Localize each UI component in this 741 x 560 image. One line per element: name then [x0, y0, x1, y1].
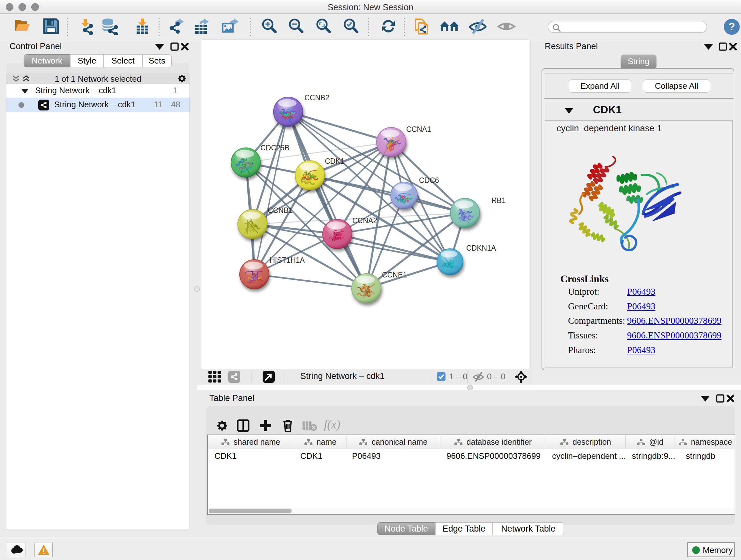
svg-text:CCNA1: CCNA1	[406, 125, 431, 133]
svg-text:CCNE1: CCNE1	[382, 271, 407, 279]
svg-text:RB1: RB1	[491, 196, 506, 205]
svg-text:CDK1: CDK1	[325, 157, 344, 165]
svg-text:CCNA2: CCNA2	[352, 216, 377, 225]
svg-text:CCNB1: CCNB1	[268, 206, 293, 214]
svg-text:CDC6: CDC6	[419, 176, 439, 185]
svg-text:HIST1H1A: HIST1H1A	[270, 256, 305, 264]
svg-text:CDKN1A: CDKN1A	[466, 244, 496, 252]
svg-text:CDC25B: CDC25B	[260, 144, 289, 152]
svg-text:CCNB2: CCNB2	[305, 94, 329, 102]
